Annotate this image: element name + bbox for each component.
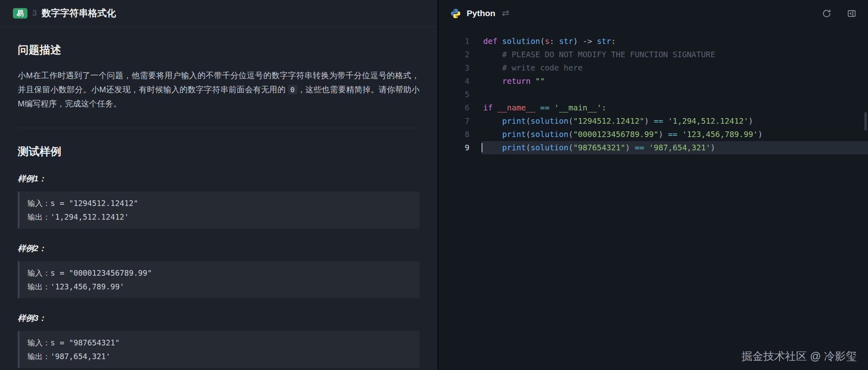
code-line[interactable]: 7 print(solution("1294512.12412") == '1,… xyxy=(439,114,868,128)
code-line[interactable]: 4 return "" xyxy=(439,75,868,88)
code-line[interactable]: 6if __name__ == '__main__': xyxy=(439,101,868,114)
difficulty-badge: 易 xyxy=(13,8,27,19)
line-number: 2 xyxy=(439,48,469,61)
line-number: 3 xyxy=(439,61,469,75)
sample-2-output: 输出：'123,456,789.99' xyxy=(27,280,411,293)
code-editor[interactable]: 1def solution(s: str) -> str:2 # PLEASE … xyxy=(439,27,868,154)
line-number: 4 xyxy=(439,75,469,88)
text-cursor xyxy=(482,143,482,152)
code-line[interactable]: 2 # PLEASE DO NOT MODIFY THE FUNCTION SI… xyxy=(439,48,868,61)
code-line[interactable]: 8 print(solution("0000123456789.99") == … xyxy=(439,128,868,141)
problem-panel: 易 3 数字字符串格式化 问题描述 小M在工作时遇到了一个问题，他需要将用户输入… xyxy=(0,0,437,370)
line-number: 7 xyxy=(439,114,469,128)
line-number: 5 xyxy=(439,88,469,101)
code-line-content: def solution(s: str) -> str: xyxy=(482,35,868,48)
sample-2-label: 样例2： xyxy=(18,243,419,254)
code-line-content: return "" xyxy=(482,75,868,88)
line-number: 9 xyxy=(439,141,469,154)
line-number: 8 xyxy=(439,128,469,141)
line-number: 1 xyxy=(439,35,469,48)
sample-3-label: 样例3： xyxy=(18,313,419,324)
description-body: 小M在工作时遇到了一个问题，他需要将用户输入的不带千分位逗号的数字字符串转换为带… xyxy=(18,69,419,111)
code-line-content xyxy=(482,88,868,101)
description-heading: 问题描述 xyxy=(18,43,419,57)
problem-header: 易 3 数字字符串格式化 xyxy=(0,0,437,27)
inline-code-zero: 0 xyxy=(288,85,297,94)
toggle-panel-icon[interactable] xyxy=(846,8,857,19)
code-line[interactable]: 9 print(solution("987654321") == '987,65… xyxy=(439,141,868,154)
sample-3-output: 输出：'987,654,321' xyxy=(27,349,411,363)
code-line-content: # PLEASE DO NOT MODIFY THE FUNCTION SIGN… xyxy=(482,48,868,61)
language-selector[interactable]: Python xyxy=(467,8,495,18)
sample-1-input: 输入：s = "1294512.12412" xyxy=(27,196,411,210)
sample-3-block: 输入：s = "987654321" 输出：'987,654,321' xyxy=(18,331,419,368)
section-divider xyxy=(18,128,419,128)
code-line-content: print(solution("987654321") == '987,654,… xyxy=(482,141,868,154)
reset-code-icon[interactable] xyxy=(821,8,832,19)
code-line-content: print(solution("0000123456789.99") == '1… xyxy=(482,128,868,141)
sample-2-input: 输入：s = "0000123456789.99" xyxy=(27,266,411,280)
code-line[interactable]: 1def solution(s: str) -> str: xyxy=(439,35,868,48)
switch-language-icon[interactable]: ⇄ xyxy=(502,8,509,19)
code-line[interactable]: 5 xyxy=(439,88,868,101)
samples-heading: 测试样例 xyxy=(18,144,419,159)
app-window: 易 3 数字字符串格式化 问题描述 小M在工作时遇到了一个问题，他需要将用户输入… xyxy=(0,0,868,370)
python-logo-icon xyxy=(450,8,461,19)
problem-content: 问题描述 小M在工作时遇到了一个问题，他需要将用户输入的不带千分位逗号的数字字符… xyxy=(0,43,437,368)
code-lines: 1def solution(s: str) -> str:2 # PLEASE … xyxy=(439,35,868,154)
problem-title: 数字字符串格式化 xyxy=(42,7,116,19)
editor-panel: Python ⇄ 1def solution(s: str) -> str:2 … xyxy=(439,0,868,370)
code-line-content: print(solution("1294512.12412") == '1,29… xyxy=(482,114,868,128)
watermark: 掘金技术社区 @ 冷影玺 xyxy=(742,349,857,364)
code-line-content: if __name__ == '__main__': xyxy=(482,101,868,114)
code-line-content: # write code here xyxy=(482,61,868,75)
line-number: 6 xyxy=(439,101,469,114)
sample-2-block: 输入：s = "0000123456789.99" 输出：'123,456,78… xyxy=(18,261,419,298)
editor-header: Python ⇄ xyxy=(439,0,868,27)
sample-1-output: 输出：'1,294,512.12412' xyxy=(27,210,411,224)
editor-scrollbar-thumb[interactable] xyxy=(864,112,867,131)
sample-1-label: 样例1： xyxy=(18,173,419,184)
sample-1-block: 输入：s = "1294512.12412" 输出：'1,294,512.124… xyxy=(18,191,419,229)
code-line[interactable]: 3 # write code here xyxy=(439,61,868,75)
sample-3-input: 输入：s = "987654321" xyxy=(27,336,411,349)
problem-number: 3 xyxy=(32,8,37,18)
